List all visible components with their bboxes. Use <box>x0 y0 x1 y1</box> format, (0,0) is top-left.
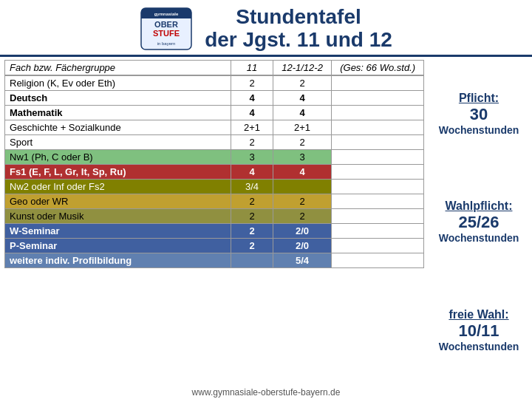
cell-fach: Religion (K, Ev oder Eth) <box>5 75 231 91</box>
table-row: P-Seminar22/0 <box>5 238 424 253</box>
table-row: Geschichte + Sozialkunde2+12+1 <box>5 120 424 134</box>
main-table: Fach bzw. Fächergruppe 11 12-1/12-2 (Ges… <box>4 60 424 384</box>
cell-ges <box>332 75 424 91</box>
cell-ges <box>332 223 424 238</box>
table-row: Nw1 (Ph, C oder B)33 <box>5 149 424 164</box>
wahlpflicht-number: 25/26 <box>430 213 528 232</box>
cell-11: 4 <box>231 105 273 120</box>
cell-11: 2 <box>231 194 273 208</box>
cell-fach: Nw2 oder Inf oder Fs2 <box>5 179 231 194</box>
cell-12 <box>273 179 331 194</box>
cell-fach: W-Seminar <box>5 223 231 238</box>
cell-fach: Geschichte + Sozialkunde <box>5 120 231 134</box>
cell-11: 2 <box>231 238 273 253</box>
table-row: Religion (K, Ev oder Eth)22 <box>5 75 424 91</box>
side-wahlpflicht: Wahlpflicht: 25/26 Wochenstunden <box>430 200 528 244</box>
stundentafel-table: Fach bzw. Fächergruppe 11 12-1/12-2 (Ges… <box>4 60 424 268</box>
title-block: Stundentafel der Jgst. 11 und 12 <box>205 6 392 52</box>
cell-11: 3 <box>231 149 273 164</box>
cell-fach: weitere indiv. Profilbildung <box>5 253 231 267</box>
cell-11: 2+1 <box>231 120 273 134</box>
cell-12: 2 <box>273 134 331 149</box>
cell-12: 2 <box>273 208 331 223</box>
title-line1: Stundentafel <box>205 6 392 29</box>
header-divider <box>0 55 532 57</box>
side-freie-wahl: freie Wahl: 10/11 Wochenstunden <box>430 308 528 352</box>
cell-12: 5/4 <box>273 253 331 267</box>
cell-11: 4 <box>231 90 273 105</box>
cell-ges <box>332 120 424 134</box>
cell-ges <box>332 105 424 120</box>
freie-sub: Wochenstunden <box>430 341 528 352</box>
header-ges: (Ges: 66 Wo.std.) <box>332 60 424 75</box>
wahlpflicht-sub: Wochenstunden <box>430 232 528 244</box>
svg-text:OBER: OBER <box>154 20 178 29</box>
content-row: Fach bzw. Fächergruppe 11 12-1/12-2 (Ges… <box>0 60 532 384</box>
freie-title: freie Wahl: <box>430 308 528 321</box>
side-pflicht: Pflicht: 30 Wochenstunden <box>430 92 528 136</box>
wahlpflicht-title: Wahlpflicht: <box>430 200 528 213</box>
svg-text:in bayern: in bayern <box>157 41 176 46</box>
cell-11: 3/4 <box>231 179 273 194</box>
cell-12: 4 <box>273 90 331 105</box>
table-row: Kunst oder Musik22 <box>5 208 424 223</box>
footer: www.gymnasiale-oberstufe-bayern.de <box>192 384 341 399</box>
table-row: Mathematik44 <box>5 105 424 120</box>
cell-12: 2+1 <box>273 120 331 134</box>
cell-ges <box>332 149 424 164</box>
cell-12: 2 <box>273 75 331 91</box>
cell-ges <box>332 164 424 179</box>
cell-fach: Kunst oder Musik <box>5 208 231 223</box>
cell-11: 2 <box>231 208 273 223</box>
cell-ges <box>332 179 424 194</box>
pflicht-sub: Wochenstunden <box>430 124 528 136</box>
cell-12: 2/0 <box>273 238 331 253</box>
table-row: Fs1 (E, F, L, Gr, It, Sp, Ru)44 <box>5 164 424 179</box>
cell-fach: Nw1 (Ph, C oder B) <box>5 149 231 164</box>
title-line2: der Jgst. 11 und 12 <box>205 29 392 52</box>
cell-11: 2 <box>231 223 273 238</box>
pflicht-title: Pflicht: <box>430 92 528 105</box>
svg-text:gymnasiale: gymnasiale <box>154 12 179 16</box>
side-labels: Pflicht: 30 Wochenstunden Wahlpflicht: 2… <box>424 60 528 384</box>
cell-fach: Mathematik <box>5 105 231 120</box>
header-12: 12-1/12-2 <box>273 60 331 75</box>
cell-fach: Deutsch <box>5 90 231 105</box>
cell-fach: Fs1 (E, F, L, Gr, It, Sp, Ru) <box>5 164 231 179</box>
footer-url: www.gymnasiale-oberstufe-bayern.de <box>192 387 341 398</box>
cell-12: 2 <box>273 194 331 208</box>
cell-fach: Sport <box>5 134 231 149</box>
header: gymnasiale OBER STUFE in bayern Stundent… <box>0 0 532 55</box>
svg-text:STUFE: STUFE <box>153 29 180 38</box>
cell-ges <box>332 194 424 208</box>
cell-ges <box>332 208 424 223</box>
table-row: W-Seminar22/0 <box>5 223 424 238</box>
cell-fach: Geo oder WR <box>5 194 231 208</box>
cell-ges <box>332 238 424 253</box>
logo: gymnasiale OBER STUFE in bayern <box>140 7 193 51</box>
header-fach: Fach bzw. Fächergruppe <box>5 60 231 75</box>
page: gymnasiale OBER STUFE in bayern Stundent… <box>0 0 532 399</box>
cell-12: 4 <box>273 164 331 179</box>
pflicht-number: 30 <box>430 105 528 124</box>
cell-11: 2 <box>231 134 273 149</box>
table-row: weitere indiv. Profilbildung5/4 <box>5 253 424 267</box>
cell-11: 2 <box>231 75 273 91</box>
cell-fach: P-Seminar <box>5 238 231 253</box>
cell-ges <box>332 134 424 149</box>
cell-12: 4 <box>273 105 331 120</box>
table-header-row: Fach bzw. Fächergruppe 11 12-1/12-2 (Ges… <box>5 60 424 75</box>
freie-number: 10/11 <box>430 321 528 341</box>
table-row: Geo oder WR22 <box>5 194 424 208</box>
cell-11 <box>231 253 273 267</box>
cell-12: 2/0 <box>273 223 331 238</box>
cell-12: 3 <box>273 149 331 164</box>
table-row: Nw2 oder Inf oder Fs23/4 <box>5 179 424 194</box>
table-row: Sport22 <box>5 134 424 149</box>
header-11: 11 <box>231 60 273 75</box>
cell-ges <box>332 253 424 267</box>
cell-ges <box>332 90 424 105</box>
table-row: Deutsch44 <box>5 90 424 105</box>
cell-11: 4 <box>231 164 273 179</box>
